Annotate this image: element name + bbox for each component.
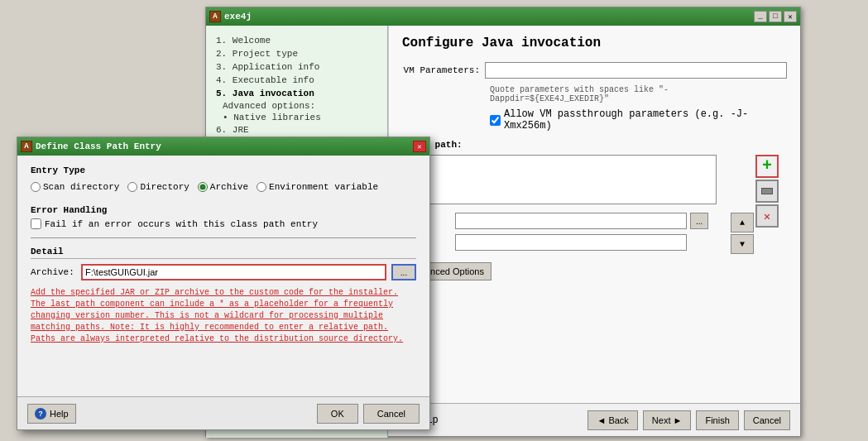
dialog-cancel-button[interactable]: Cancel — [363, 404, 420, 424]
vm-hint-text: Quote parameters with spaces like "-Dapp… — [490, 85, 787, 103]
radio-scan-directory[interactable]: Scan directory — [31, 182, 119, 192]
allow-vm-label: Allow VM passthrough parameters (e.g. -J… — [504, 108, 787, 132]
nav-item-application-info[interactable]: 3. Application info — [213, 60, 381, 74]
dialog-body: Entry Type Scan directory Directory Arch… — [17, 156, 429, 363]
vm-parameters-label: VM Parameters: — [402, 65, 485, 75]
define-classpath-dialog: A Define Class Path Entry ✕ Entry Type S… — [17, 137, 430, 430]
radio-scan-label: Scan directory — [43, 182, 119, 192]
browse-button[interactable]: ... — [391, 264, 416, 280]
radio-archive-label: Archive — [210, 182, 248, 192]
classpath-list[interactable] — [402, 155, 717, 204]
error-checkbox-label[interactable]: Fail if an error occurs with this class … — [31, 218, 416, 229]
error-checkbox[interactable] — [31, 218, 41, 229]
plus-icon: + — [762, 158, 772, 175]
exe4j-bottom-bar: ? Help ◄ Back Next ► Finish Cancel — [388, 403, 800, 436]
vm-parameters-row: VM Parameters: — [402, 62, 787, 79]
radio-directory-label: Directory — [140, 182, 189, 192]
dialog-title: Define Class Path Entry — [36, 141, 161, 151]
radio-directory-input[interactable] — [127, 182, 137, 192]
minimize-button[interactable]: _ — [754, 11, 767, 22]
ts-input[interactable] — [455, 234, 687, 251]
exe4j-window-title: exe4j — [224, 12, 252, 22]
nav-item-jre[interactable]: 6. JRE — [213, 123, 381, 137]
footer-right-buttons: OK Cancel — [317, 404, 420, 424]
radio-directory[interactable]: Directory — [127, 182, 189, 192]
nav-item-project-type[interactable]: 2. Project type — [213, 47, 381, 60]
maximize-button[interactable]: □ — [769, 11, 782, 22]
dialog-footer: ? Help OK Cancel — [17, 396, 429, 429]
nav-native-libraries[interactable]: • Native libraries — [223, 112, 381, 123]
cancel-label: Cancel — [753, 415, 781, 425]
vm-parameters-input[interactable] — [485, 62, 787, 79]
allow-vm-row: Allow VM passthrough parameters (e.g. -J… — [490, 108, 787, 132]
dialog-help-button[interactable]: ? Help — [27, 404, 76, 424]
ss-row: ss: ... — [402, 213, 787, 229]
entry-type-label: Entry Type — [31, 165, 416, 175]
description-text: Add the specified JAR or ZIP archive to … — [31, 287, 416, 345]
next-button[interactable]: Next ► — [643, 410, 692, 430]
detail-title: Detail — [31, 247, 416, 259]
archive-row: Archive: ... — [31, 264, 416, 280]
ok-button[interactable]: OK — [317, 404, 358, 424]
ss-input[interactable] — [455, 213, 687, 229]
content-title: Configure Java invocation — [402, 36, 787, 50]
nav-advanced-options-label: Advanced options: — [223, 100, 381, 112]
error-handling-section: Error Handling Fail if an error occurs w… — [31, 205, 416, 229]
allow-vm-checkbox[interactable] — [490, 115, 501, 126]
nav-item-executable-info[interactable]: 4. Executable info — [213, 74, 381, 87]
exe4j-content: Configure Java invocation VM Parameters:… — [388, 26, 800, 403]
nav-item-welcome[interactable]: 1. Welcome — [213, 34, 381, 47]
radio-env-label: Environment variable — [269, 182, 378, 192]
radio-env-input[interactable] — [257, 182, 266, 192]
next-label: Next ► — [652, 415, 683, 425]
exe4j-titlebar: A exe4j _ □ ✕ — [206, 7, 800, 26]
down-button[interactable]: ▼ — [731, 234, 754, 254]
back-label: ◄ Back — [597, 415, 628, 425]
exe4j-titlebar-buttons: _ □ ✕ — [754, 11, 797, 22]
classpath-label: Class path: — [402, 140, 787, 150]
dialog-titlebar: A Define Class Path Entry ✕ — [17, 137, 429, 156]
detail-section: Detail Archive: ... Add the specified JA… — [31, 247, 416, 345]
exe4j-close-button[interactable]: ✕ — [784, 11, 797, 22]
help-btn-label: Help — [50, 409, 69, 419]
up-button[interactable]: ▲ — [731, 213, 754, 232]
exe4j-titlebar-left: A exe4j — [209, 11, 252, 22]
exe4j-cancel-button[interactable]: Cancel — [744, 410, 790, 430]
divider — [31, 237, 416, 238]
error-handling-label: Error Handling — [31, 205, 416, 215]
finish-label: Finish — [705, 415, 729, 425]
radio-scan-directory-input[interactable] — [31, 182, 41, 192]
archive-input[interactable] — [81, 264, 386, 280]
dialog-close-button[interactable]: ✕ — [413, 141, 426, 152]
radio-archive-input[interactable] — [198, 182, 208, 192]
entry-type-radio-group: Scan directory Directory Archive Environ… — [31, 182, 416, 192]
finish-button[interactable]: Finish — [696, 410, 738, 430]
error-checkbox-text: Fail if an error occurs with this class … — [45, 219, 318, 229]
exe4j-window-icon: A — [209, 11, 221, 22]
radio-archive[interactable]: Archive — [198, 182, 248, 192]
ss-browse-button[interactable]: ... — [690, 213, 708, 229]
help-circle-icon: ? — [35, 408, 46, 419]
dialog-window-icon: A — [21, 141, 32, 152]
delete-icon — [761, 188, 773, 194]
delete-classpath-button[interactable] — [755, 180, 779, 203]
bottom-right: ◄ Back Next ► Finish Cancel — [587, 410, 790, 430]
back-button[interactable]: ◄ Back — [587, 410, 637, 430]
ts-row: ts: — [402, 234, 787, 251]
radio-env-variable[interactable]: Environment variable — [257, 182, 378, 192]
archive-label: Archive: — [31, 267, 76, 277]
add-classpath-button[interactable]: + — [755, 155, 779, 178]
classpath-area: + ✕ — [402, 155, 787, 204]
nav-item-java-invocation[interactable]: 5. Java invocation — [213, 87, 381, 100]
